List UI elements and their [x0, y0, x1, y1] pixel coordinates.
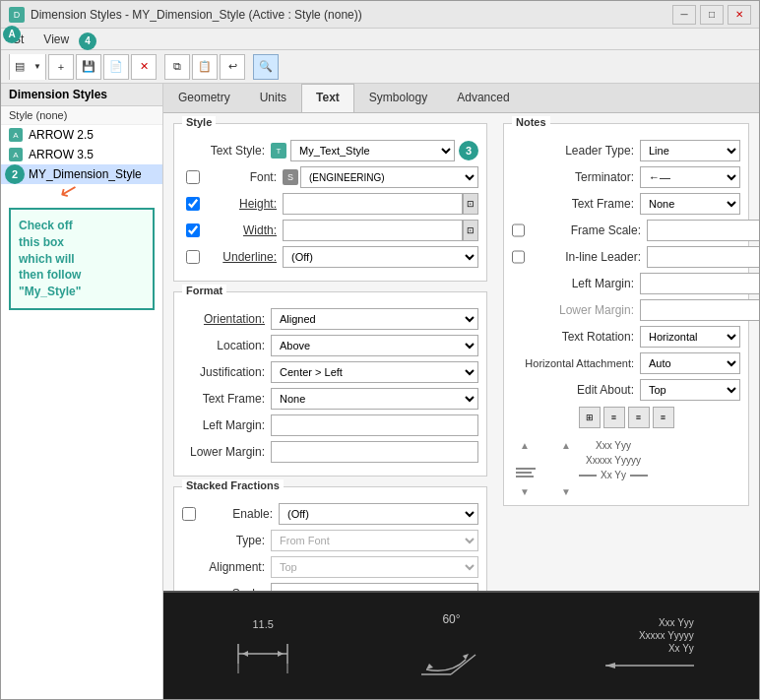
view-badge: 4	[79, 32, 96, 50]
width-pick-btn[interactable]: ⊡	[463, 220, 478, 241]
align-icon-3[interactable]: ≡	[628, 407, 650, 428]
tb-dropdown-btn[interactable]: ▤	[10, 54, 30, 80]
stacked-enable-checkbox[interactable]	[182, 507, 196, 521]
font-checkbox[interactable]	[186, 170, 200, 184]
line-left	[579, 475, 597, 477]
maximize-button[interactable]: □	[700, 5, 724, 25]
horizontal-attachment-select[interactable]: Auto	[640, 352, 740, 374]
window-controls: ─ □ ✕	[672, 5, 751, 25]
terminator-label: Terminator:	[512, 170, 640, 184]
tb-delete-btn[interactable]: ✕	[131, 54, 157, 80]
preview-dim2: 60°	[412, 612, 490, 679]
preview-line-1: Xxx Yyy	[579, 438, 648, 453]
tb-copy-file-btn[interactable]: 📄	[103, 54, 129, 80]
alignment-select[interactable]: Top	[271, 556, 478, 578]
inline-leader-checkbox[interactable]	[512, 250, 525, 264]
arrow35-label: ARROW 3.5	[29, 148, 94, 161]
text-style-icon: T	[271, 143, 286, 159]
sidebar: Dimension Styles Style (none) A ARROW 2.…	[1, 84, 163, 699]
dim2-svg	[412, 630, 490, 679]
scale-input[interactable]: 1.000000	[271, 583, 478, 591]
width-checkbox[interactable]	[186, 223, 200, 237]
close-button[interactable]: ✕	[728, 5, 751, 25]
tb-arrow-btn[interactable]: ▼	[30, 54, 45, 80]
preview-text-1: Xxx Yyy	[659, 617, 694, 628]
notes-lower-margin-label: Lower Margin:	[512, 303, 640, 317]
align-icon-4[interactable]: ≡	[653, 407, 674, 428]
notes-preview-text: Xxx Yyy Xxxxx Yyyyy Xx Yy	[579, 438, 648, 482]
enable-select[interactable]: (Off)	[279, 503, 478, 525]
inline-leader-label: In-line Leader:	[529, 250, 647, 264]
location-select[interactable]: Above	[271, 335, 478, 356]
justification-select[interactable]: Center > Left	[271, 361, 478, 383]
tab-text[interactable]: Text	[301, 84, 354, 112]
alignment-label: Alignment:	[182, 560, 271, 574]
tb-new-btn[interactable]: +	[48, 54, 74, 80]
lower-margin-input[interactable]: 0.500000	[271, 441, 478, 463]
font-icon: S	[283, 169, 298, 185]
edit-about-label: Edit About:	[512, 383, 640, 397]
notes-left-margin-input[interactable]: 0.000000	[640, 273, 759, 294]
height-input[interactable]: 3.5	[283, 193, 463, 215]
sidebar-item-arrow35[interactable]: A ARROW 3.5	[1, 145, 162, 164]
tb-import-btn[interactable]: ↩	[220, 54, 245, 80]
font-label: Font:	[204, 170, 283, 184]
justification-label: Justification:	[182, 365, 271, 379]
text-style-select[interactable]: My_Text_Style	[290, 140, 455, 161]
frame-scale-row: Frame Scale: 0.000000	[512, 220, 740, 241]
arrow25-icon: A	[9, 128, 23, 142]
sidebar-subtitle: Style (none)	[1, 106, 162, 125]
tab-units[interactable]: Units	[245, 84, 301, 112]
orientation-row: Orientation: Aligned	[182, 308, 478, 330]
minimize-button[interactable]: ─	[672, 5, 696, 25]
font-select[interactable]: (ENGINEERING)	[300, 166, 478, 188]
sidebar-item-arrow25[interactable]: A ARROW 2.5	[1, 125, 162, 145]
svg-marker-4	[278, 651, 284, 657]
inline-leader-input[interactable]: 0.000000	[647, 246, 759, 268]
stacked-fractions-title: Stacked Fractions	[182, 479, 284, 491]
height-label: Height:	[204, 197, 283, 211]
tab-advanced[interactable]: Advanced	[442, 84, 524, 112]
frame-scale-checkbox[interactable]	[512, 223, 525, 237]
style-section-inner: Text Style: T My_Text_Style 3	[182, 140, 478, 268]
leader-type-label: Leader Type:	[512, 144, 640, 158]
align-icon-1[interactable]: ⊞	[579, 407, 601, 428]
left-margin-label: Left Margin:	[182, 418, 271, 432]
leader-type-select[interactable]: Line	[640, 140, 740, 161]
terminator-select[interactable]: ←—	[640, 166, 740, 188]
align-icon-2[interactable]: ≡	[603, 407, 625, 428]
tb-copy-btn[interactable]: ⧉	[164, 54, 190, 80]
type-label: Type:	[182, 534, 271, 547]
underline-select[interactable]: (Off)	[283, 246, 478, 268]
width-input[interactable]: 2.8	[283, 220, 463, 241]
left-margin-input[interactable]: 0.500000	[271, 414, 478, 436]
tab-geometry[interactable]: Geometry	[163, 84, 245, 112]
orientation-select[interactable]: Aligned	[271, 308, 478, 330]
dim1-label: 11.5	[252, 618, 273, 630]
main-window: D Dimension Styles - MY_Dimension_Style …	[0, 0, 760, 700]
height-pick-btn[interactable]: ⊡	[463, 193, 478, 215]
text-rotation-label: Text Rotation:	[512, 330, 640, 344]
type-select[interactable]: From Font	[271, 530, 478, 551]
notes-preview: ▲ ▲ ▼ ▼	[512, 438, 740, 497]
frame-scale-input[interactable]: 0.000000	[647, 220, 759, 241]
line-right	[630, 475, 648, 477]
preview-line-2: Xxxxx Yyyyy	[579, 453, 648, 468]
tb-save-btn[interactable]: 💾	[76, 54, 101, 80]
menu-view[interactable]: View	[39, 32, 73, 47]
lower-margin-row: Lower Margin: 0.500000	[182, 441, 478, 463]
tb-find-btn[interactable]: 🔍	[253, 54, 279, 80]
width-row: Width: 2.8 ⊡	[182, 220, 478, 241]
preview-dim1: 11.5	[228, 618, 297, 673]
underline-checkbox[interactable]	[186, 250, 200, 264]
arrow-up-left: ▲	[520, 440, 530, 451]
edit-about-select[interactable]: Top	[640, 379, 740, 401]
tb-paste-btn[interactable]: 📋	[192, 54, 218, 80]
text-frame-select[interactable]: None	[271, 388, 478, 410]
menu-style[interactable]: A St	[9, 32, 28, 47]
notes-text-frame-select[interactable]: None	[640, 193, 740, 215]
height-checkbox[interactable]	[186, 197, 200, 211]
sidebar-item-mydim[interactable]: M MY_Dimension_Style 2	[1, 164, 162, 184]
text-rotation-select[interactable]: Horizontal	[640, 326, 740, 348]
tab-symbology[interactable]: Symbology	[354, 84, 442, 112]
